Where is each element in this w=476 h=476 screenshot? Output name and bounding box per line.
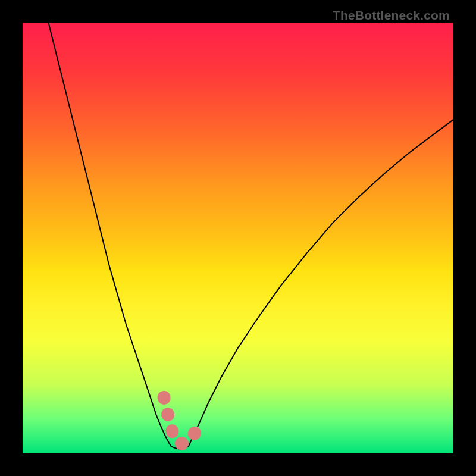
- chart-frame: TheBottleneck.com: [0, 0, 476, 476]
- watermark-text: TheBottleneck.com: [333, 8, 450, 23]
- valley-marker: [164, 397, 199, 443]
- marker-layer: [0, 0, 476, 476]
